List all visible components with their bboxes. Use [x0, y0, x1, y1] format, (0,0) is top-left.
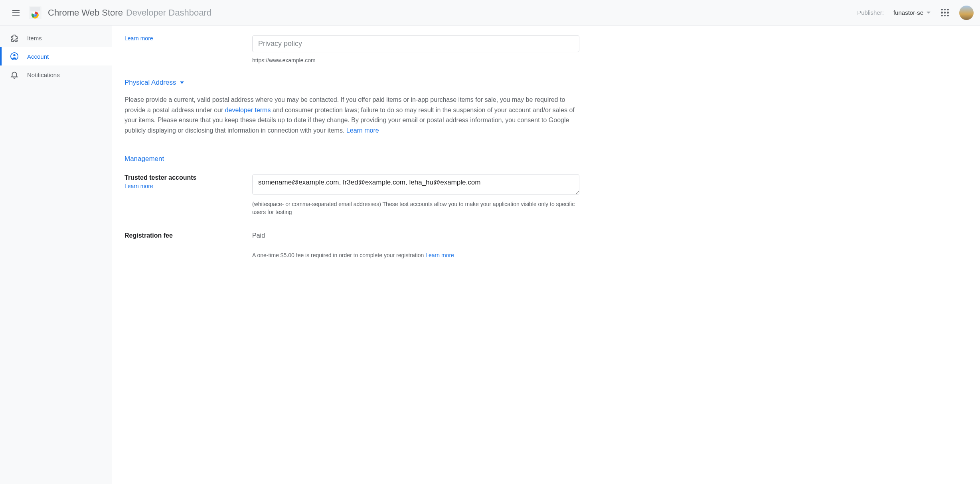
registration-fee-note: A one-time $5.00 fee is required in orde…	[252, 252, 579, 258]
publisher-selected: funastor-se	[893, 9, 923, 16]
trusted-testers-label: Trusted tester accounts	[124, 174, 236, 181]
svg-rect-0	[30, 7, 40, 11]
physical-address-title: Physical Address	[124, 79, 176, 87]
registration-fee-label: Registration fee	[124, 232, 236, 239]
sidebar: Items Account Notifications	[0, 26, 112, 484]
sidebar-item-account[interactable]: Account	[0, 47, 112, 65]
address-learn-more-link[interactable]: Learn more	[346, 127, 379, 134]
trusted-testers-learn-more-link[interactable]: Learn more	[124, 183, 153, 189]
privacy-learn-more-link[interactable]: Learn more	[124, 35, 153, 42]
trusted-testers-row: Trusted tester accounts Learn more (whit…	[124, 174, 579, 216]
chevron-down-icon	[927, 12, 931, 14]
trusted-testers-helper: (whitespace- or comma-separated email ad…	[252, 200, 579, 216]
sidebar-item-notifications[interactable]: Notifications	[0, 65, 112, 84]
avatar[interactable]	[959, 6, 974, 20]
google-apps-button[interactable]	[940, 8, 950, 18]
chevron-down-icon	[180, 81, 184, 84]
developer-terms-link[interactable]: developer terms	[225, 107, 271, 113]
registration-fee-value: Paid	[252, 232, 579, 239]
svg-point-6	[13, 54, 16, 57]
main-content: Learn more https://www.example.com Physi…	[112, 26, 980, 484]
physical-address-toggle[interactable]: Physical Address	[124, 79, 579, 87]
menu-button[interactable]	[6, 3, 26, 22]
sidebar-item-label: Account	[27, 53, 49, 60]
trusted-testers-input[interactable]	[252, 174, 579, 195]
management-heading: Management	[124, 155, 579, 163]
sidebar-item-label: Items	[27, 35, 42, 42]
title-main: Chrome Web Store	[48, 8, 123, 18]
title-sub: Developer Dashboard	[126, 8, 211, 18]
sidebar-item-label: Notifications	[27, 71, 60, 78]
registration-fee-row: Registration fee Paid A one-time $5.00 f…	[124, 232, 579, 258]
publisher-label: Publisher:	[857, 9, 884, 16]
extension-icon	[10, 33, 19, 43]
physical-address-description: Please provide a current, valid postal a…	[124, 95, 579, 135]
privacy-policy-input[interactable]	[252, 35, 579, 52]
account-icon	[10, 52, 19, 61]
privacy-policy-row: Learn more https://www.example.com	[124, 35, 579, 64]
chrome-web-store-logo	[29, 6, 41, 19]
privacy-policy-helper: https://www.example.com	[252, 56, 579, 64]
header: Chrome Web Store Developer Dashboard Pub…	[0, 0, 980, 26]
svg-point-4	[34, 14, 36, 16]
registration-fee-learn-more-link[interactable]: Learn more	[425, 252, 454, 258]
bell-icon	[10, 70, 19, 79]
page-title: Chrome Web Store Developer Dashboard	[48, 8, 211, 18]
sidebar-item-items[interactable]: Items	[0, 29, 112, 47]
publisher-dropdown[interactable]: funastor-se	[893, 9, 931, 16]
hamburger-icon	[12, 10, 20, 16]
